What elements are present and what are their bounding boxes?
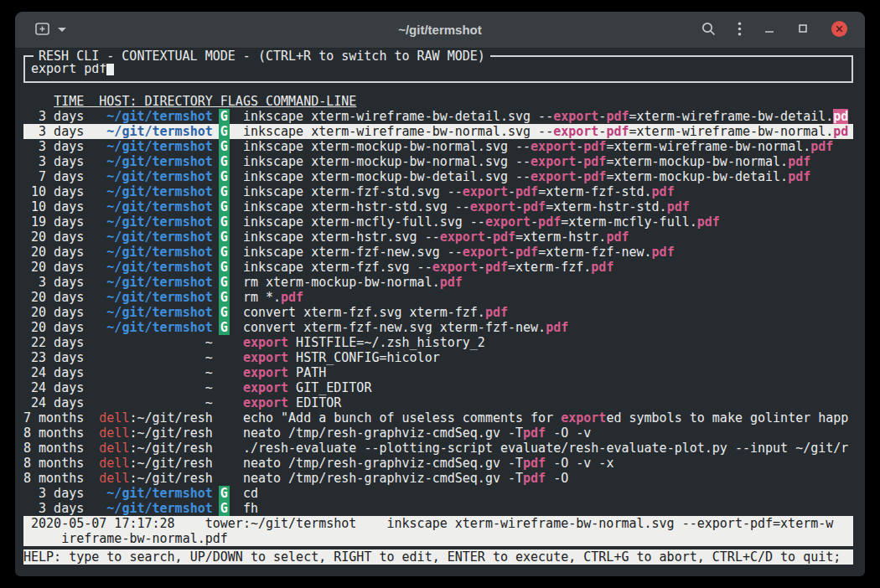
search-match: pdf (788, 169, 810, 184)
search-match: pdf (788, 154, 810, 169)
close-button[interactable] (831, 20, 848, 40)
history-row[interactable]: 24 days ~ export EDITOR (23, 395, 853, 410)
history-row[interactable]: 8 months dell:~/git/resh neato /tmp/resh… (23, 426, 853, 441)
row-time: 3 days (23, 501, 91, 516)
search-match: pdf (485, 305, 508, 320)
search-match: pdf (606, 124, 629, 139)
row-time: 20 days (23, 290, 91, 305)
history-row[interactable]: 23 days ~ export HSTR_CONFIG=hicolor (23, 350, 853, 365)
search-match: pdf (523, 426, 546, 441)
row-host: ~/git/termshot (91, 260, 220, 275)
row-git-flag: G (219, 230, 230, 245)
table-header: TIME HOST: DIRECTORY FLAGS COMMAND-LINE (23, 94, 857, 109)
table-header-text: TIME HOST: DIRECTORY FLAGS COMMAND-LINE (54, 94, 356, 109)
row-command: inkscape xterm-wireframe-bw-detail.svg -… (243, 109, 848, 124)
row-host: ~/git/termshot (91, 245, 220, 260)
history-row[interactable]: 20 days ~/git/termshot G convert xterm-f… (23, 320, 853, 335)
search-match: pdf (652, 184, 675, 199)
row-time: 23 days (23, 350, 91, 365)
history-row[interactable]: 3 days ~/git/termshot G inkscape xterm-m… (23, 139, 853, 154)
tab-dropdown-button[interactable] (58, 28, 66, 32)
search-match: pdf (591, 260, 613, 275)
search-match: export (463, 184, 508, 199)
menu-kebab-icon (738, 22, 742, 39)
row-time: 24 days (23, 395, 91, 410)
row-git-flag: G (219, 486, 230, 501)
search-match: pdf (538, 214, 561, 230)
history-row[interactable]: 8 months dell:~/git/resh ./resh-evaluate… (23, 441, 853, 456)
titlebar-left-controls (15, 23, 66, 38)
history-row[interactable]: 8 months dell:~/git/resh neato /tmp/resh… (23, 456, 853, 471)
row-command: inkscape xterm-mockup-bw-normal.svg --ex… (243, 154, 810, 169)
history-row[interactable]: 20 days ~/git/termshot G inkscape xterm-… (23, 245, 853, 260)
history-row[interactable]: 3 days ~/git/termshot G inkscape xterm-m… (23, 154, 853, 169)
row-time: 20 days (23, 245, 91, 260)
history-row[interactable]: 3 days ~/git/termshot G fh (23, 501, 853, 516)
history-row[interactable]: 7 months dell:~/git/resh echo "Add a bun… (23, 410, 853, 426)
row-host: ~/git/termshot (91, 290, 220, 305)
row-command: neato /tmp/resh-graphviz-cmdSeq.gv -Tpdf… (243, 471, 568, 486)
restore-button[interactable] (797, 23, 809, 37)
history-row[interactable]: 19 days ~/git/termshot G inkscape xterm-… (23, 214, 853, 230)
history-row[interactable]: 7 days ~/git/termshot G inkscape xterm-m… (23, 169, 853, 184)
search-match: export (243, 365, 288, 380)
row-host: dell:~/git/resh (91, 471, 220, 486)
menu-button[interactable] (738, 22, 742, 39)
history-row[interactable]: 20 days ~/git/termshot G inkscape xterm-… (23, 230, 853, 245)
row-git-flag: G (219, 275, 230, 290)
row-time: 22 days (23, 335, 91, 350)
history-row[interactable]: 22 days ~ export HISTFILE=~/.zsh_history… (23, 335, 853, 350)
history-row[interactable]: 3 days ~/git/termshot G rm xterm-mockup-… (23, 275, 853, 290)
row-time: 8 months (23, 441, 91, 456)
row-host: ~ (91, 335, 220, 350)
row-command: neato /tmp/resh-graphviz-cmdSeq.gv -Tpdf… (243, 426, 591, 441)
row-time: 10 days (23, 199, 91, 214)
row-command: neato /tmp/resh-graphviz-cmdSeq.gv -Tpdf… (243, 456, 614, 471)
search-button[interactable] (701, 22, 716, 39)
history-row[interactable]: 20 days ~/git/termshot G convert xterm-f… (23, 305, 853, 320)
row-time: 3 days (23, 486, 91, 501)
history-row[interactable]: 10 days ~/git/termshot G inkscape xterm-… (23, 184, 853, 199)
row-command: inkscape xterm-mcfly-full.svg --export-p… (243, 214, 720, 230)
history-rows: 3 days ~/git/termshot G inkscape xterm-w… (23, 109, 853, 516)
history-row[interactable]: 20 days ~/git/termshot G rm *.pdf (23, 290, 853, 305)
row-host: ~/git/termshot (91, 275, 220, 290)
row-time: 8 months (23, 426, 91, 441)
search-match: export (243, 350, 288, 365)
history-row[interactable]: 20 days ~/git/termshot G inkscape xterm-… (23, 260, 853, 275)
row-git-flag: G (219, 199, 230, 214)
history-row[interactable]: 3 days ~/git/termshot G inkscape xterm-w… (23, 124, 853, 139)
search-match: pdf (697, 214, 720, 230)
history-row[interactable]: 24 days ~ export PATH (23, 365, 853, 380)
new-tab-button[interactable] (35, 23, 49, 38)
search-match: pdf (606, 230, 629, 245)
restore-icon (797, 23, 809, 37)
row-git-flag: G (219, 109, 230, 124)
search-match: export (243, 395, 288, 410)
history-row[interactable]: 3 days ~/git/termshot G inkscape xterm-w… (23, 109, 853, 124)
search-match: export (440, 230, 485, 245)
search-match: export (531, 169, 576, 184)
row-command: export HSTR_CONFIG=hicolor (243, 350, 440, 365)
row-command: inkscape xterm-mockup-bw-detail.svg --ex… (243, 169, 810, 184)
row-command: export PATH (243, 365, 326, 380)
row-git-flag: G (219, 501, 230, 516)
search-match: pdf (652, 245, 675, 260)
detail-line-2: ireframe-bw-normal.pdf (23, 531, 853, 546)
search-match: pdf (583, 169, 606, 184)
history-row[interactable]: 3 days ~/git/termshot G cd (23, 486, 853, 501)
titlebar[interactable]: ~/git/termshot (15, 12, 865, 49)
row-command: inkscape xterm-fzf-new.svg --export-pdf=… (243, 245, 675, 260)
search-match: pdf (810, 139, 833, 154)
row-host: dell:~/git/resh (91, 410, 220, 426)
row-command: inkscape xterm-mockup-bw-normal.svg --ex… (243, 139, 833, 154)
resh-mode-title: RESH CLI - CONTEXTUAL MODE - (CTRL+R to … (34, 49, 490, 64)
row-host: ~/git/termshot (91, 320, 220, 335)
history-row[interactable]: 24 days ~ export GIT_EDITOR (23, 380, 853, 395)
row-time: 20 days (23, 230, 91, 245)
history-row[interactable]: 8 months dell:~/git/resh neato /tmp/resh… (23, 471, 853, 486)
row-git-flag: G (219, 260, 230, 275)
minimize-button[interactable] (764, 23, 775, 37)
row-git-flag: G (219, 290, 230, 305)
history-row[interactable]: 10 days ~/git/termshot G inkscape xterm-… (23, 199, 853, 214)
